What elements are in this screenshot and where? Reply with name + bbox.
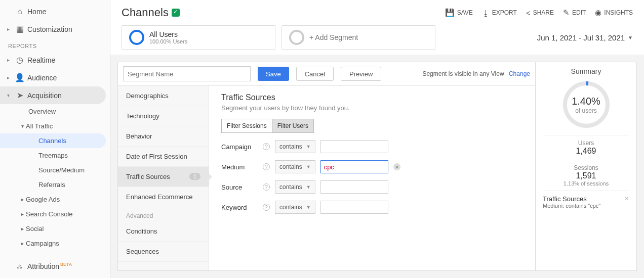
side-item-customization[interactable]: ▸ ▦ Customization <box>0 20 110 38</box>
cat-ecommerce[interactable]: Enhanced Ecommerce <box>118 187 209 207</box>
home-icon: ⌂ <box>14 7 25 16</box>
help-icon[interactable]: ? <box>263 183 270 191</box>
insights-label: INSIGHTS <box>604 9 633 16</box>
sub-item-source-medium[interactable]: Source/Medium <box>0 163 110 177</box>
sub-item-social[interactable]: Social <box>0 221 110 236</box>
summary-panel: Summary 1.40% of users Users 1,469 <box>536 62 637 271</box>
spacer: ▸ <box>7 57 12 63</box>
contains-label: contains <box>279 143 302 150</box>
source-medium-label: Source/Medium <box>38 166 85 174</box>
caret-down-icon: ▼ <box>306 164 311 169</box>
edit-label: EDIT <box>572 9 586 16</box>
share-label: SHARE <box>533 9 554 16</box>
date-range-picker[interactable]: Jun 1, 2021 - Jul 31, 2021 ▼ <box>537 33 633 42</box>
side-item-acquisition[interactable]: ▾ ➤ Acquisition <box>0 86 106 104</box>
reports-header: REPORTS <box>0 38 110 51</box>
attribution-icon: ஃ <box>14 261 25 270</box>
campaign-input[interactable] <box>320 140 388 153</box>
editor-body: Demographics Technology Behavior Date of… <box>118 86 535 270</box>
cancel-button[interactable]: Cancel <box>296 67 334 81</box>
header: Channels 💾SAVE ⭳EXPORT <SHARE ✎EDIT ◉INS… <box>110 0 644 22</box>
cat-conditions[interactable]: Conditions <box>118 221 209 242</box>
sub-item-campaigns[interactable]: Campaigns <box>0 236 110 251</box>
acquisition-icon: ➤ <box>14 90 25 100</box>
help-icon[interactable]: ? <box>263 143 270 150</box>
caret-down-icon: ▼ <box>628 35 633 40</box>
header-actions: 💾SAVE ⭳EXPORT <SHARE ✎EDIT ◉INSIGHTS <box>445 8 633 17</box>
sub-item-google-ads[interactable]: Google Ads <box>0 192 110 207</box>
segment-circle-icon <box>129 30 144 45</box>
contains-label: contains <box>279 163 302 170</box>
export-label: EXPORT <box>492 9 517 16</box>
edit-action[interactable]: ✎EDIT <box>563 8 586 17</box>
help-icon[interactable]: ? <box>263 204 270 211</box>
campaigns-label: Campaigns <box>26 240 59 247</box>
medium-input[interactable] <box>320 160 388 173</box>
sub-item-overview[interactable]: Overview <box>0 104 110 119</box>
source-operator-dropdown[interactable]: contains▼ <box>275 180 315 194</box>
export-action[interactable]: ⭳EXPORT <box>482 8 517 17</box>
row-medium: Medium ? contains▼ ✕ <box>221 160 523 173</box>
row-keyword: Keyword ? contains▼ <box>221 201 523 214</box>
source-input[interactable] <box>320 180 388 194</box>
all-traffic-label: All Traffic <box>26 122 53 130</box>
medium-operator-dropdown[interactable]: contains▼ <box>275 160 315 173</box>
remove-icon[interactable]: ✕ <box>393 163 400 170</box>
add-segment-button[interactable]: + Add Segment <box>281 25 435 50</box>
medium-label: Medium <box>221 163 258 171</box>
side-item-realtime[interactable]: ▸ ◷ Realtime <box>0 51 110 69</box>
side-item-audience[interactable]: ▸ 👤 Audience <box>0 69 110 86</box>
save-icon: 💾 <box>445 8 455 17</box>
cat-traffic-sources[interactable]: Traffic Sources1 <box>118 167 209 187</box>
treemaps-label: Treemaps <box>38 152 68 159</box>
add-segment-label: + Add Segment <box>309 33 358 41</box>
social-label: Social <box>26 225 44 233</box>
share-action[interactable]: <SHARE <box>526 8 554 17</box>
segment-name-label: All Users <box>149 30 187 38</box>
side-item-home[interactable]: ⌂ Home <box>0 3 110 20</box>
caret-down-icon: ▾ <box>7 92 12 98</box>
google-ads-label: Google Ads <box>26 196 60 203</box>
campaign-label: Campaign <box>221 143 258 151</box>
tab-filter-users[interactable]: Filter Users <box>272 119 314 133</box>
insights-action[interactable]: ◉INSIGHTS <box>595 8 633 17</box>
cat-technology[interactable]: Technology <box>118 106 209 126</box>
verified-icon <box>172 9 180 17</box>
date-range-label: Jun 1, 2021 - Jul 31, 2021 <box>537 33 625 42</box>
sub-item-search-console[interactable]: Search Console <box>0 207 110 221</box>
person-icon: 👤 <box>14 73 25 82</box>
workarea: Save Cancel Preview Segment is visible i… <box>110 55 644 278</box>
cat-sequences[interactable]: Sequences <box>118 242 209 262</box>
change-link[interactable]: Change <box>509 70 530 77</box>
advanced-header: Advanced <box>118 207 209 221</box>
remove-filter-icon[interactable]: ✕ <box>624 195 629 202</box>
source-label: Source <box>221 183 258 191</box>
form-subtitle: Segment your users by how they found you… <box>221 104 523 112</box>
keyword-operator-dropdown[interactable]: contains▼ <box>275 201 315 214</box>
caret-down-icon: ▼ <box>306 144 311 149</box>
sub-item-all-traffic[interactable]: All Traffic <box>0 119 110 133</box>
sub-item-channels[interactable]: Channels <box>0 133 106 148</box>
tab-filter-sessions[interactable]: Filter Sessions <box>221 119 272 133</box>
save-action[interactable]: 💾SAVE <box>445 8 473 17</box>
help-icon[interactable]: ? <box>263 163 270 170</box>
segment-pct-label: 100.00% Users <box>149 38 187 44</box>
side-item-attribution[interactable]: ஃ AttributionBETA <box>0 257 110 274</box>
contains-label: contains <box>279 204 302 211</box>
sub-item-treemaps[interactable]: Treemaps <box>0 148 110 163</box>
keyword-input[interactable] <box>320 201 388 214</box>
summary-title: Summary <box>543 67 629 75</box>
cat-behavior[interactable]: Behavior <box>118 126 209 147</box>
cat-first-session[interactable]: Date of First Session <box>118 147 209 167</box>
visibility-text: Segment is visible in any View Change <box>422 70 530 77</box>
segment-all-users[interactable]: All Users 100.00% Users <box>122 25 275 50</box>
summary-pct: 1.40% <box>572 96 600 107</box>
keyword-label: Keyword <box>221 204 258 211</box>
preview-button[interactable]: Preview <box>341 67 381 81</box>
save-button[interactable]: Save <box>258 67 289 81</box>
campaign-operator-dropdown[interactable]: contains▼ <box>275 140 315 153</box>
caret-down-icon: ▼ <box>306 205 311 210</box>
sub-item-referrals[interactable]: Referrals <box>0 177 110 192</box>
cat-demographics[interactable]: Demographics <box>118 86 209 106</box>
segment-name-input[interactable] <box>123 66 251 81</box>
